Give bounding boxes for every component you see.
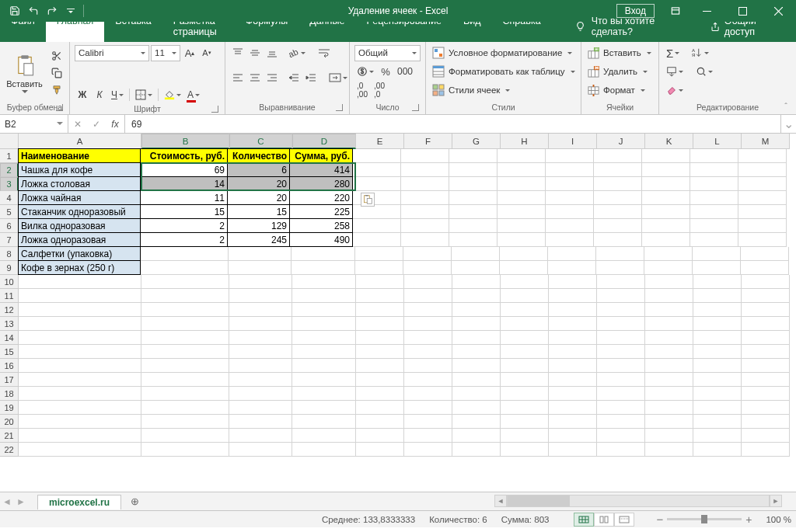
- cell-A10[interactable]: [19, 275, 141, 289]
- decrease-decimal-button[interactable]: ,00,0: [372, 82, 387, 98]
- cancel-formula-button[interactable]: ✕: [68, 119, 87, 130]
- cell-K21[interactable]: [645, 429, 693, 443]
- cell-F4[interactable]: [401, 191, 449, 205]
- cell-I13[interactable]: [549, 317, 597, 331]
- row-header-8[interactable]: 8: [0, 247, 19, 261]
- cell-B18[interactable]: [141, 387, 229, 401]
- row-header-11[interactable]: 11: [0, 289, 19, 303]
- cell-L15[interactable]: [693, 345, 742, 359]
- cell-B21[interactable]: [141, 429, 229, 443]
- cell-K19[interactable]: [645, 401, 693, 415]
- cell-F5[interactable]: [401, 205, 449, 219]
- cell-D12[interactable]: [292, 303, 356, 317]
- cell-L18[interactable]: [693, 387, 742, 401]
- row-header-21[interactable]: 21: [0, 429, 19, 443]
- increase-decimal-button[interactable]: ,0,00: [354, 82, 370, 98]
- cell-F14[interactable]: [404, 331, 452, 345]
- cell-A9[interactable]: Кофе в зернах (250 г): [18, 260, 141, 275]
- cell-M8[interactable]: [741, 247, 789, 261]
- cell-E5[interactable]: [353, 205, 401, 219]
- cell-K17[interactable]: [645, 373, 693, 387]
- cell-D8[interactable]: [292, 247, 355, 261]
- scroll-track[interactable]: [507, 495, 770, 507]
- cell-J15[interactable]: [597, 345, 645, 359]
- cell-G3[interactable]: [449, 177, 498, 191]
- cell-J21[interactable]: [597, 429, 645, 443]
- cell-I4[interactable]: [546, 191, 594, 205]
- cell-F6[interactable]: [401, 219, 449, 233]
- paste-button[interactable]: Вставить: [5, 51, 44, 95]
- cell-A4[interactable]: Ложка чайная: [18, 190, 141, 205]
- cell-H2[interactable]: [498, 163, 546, 177]
- cell-L14[interactable]: [693, 331, 742, 345]
- col-header-B[interactable]: B: [141, 134, 229, 149]
- cell-C7[interactable]: 245: [227, 232, 290, 247]
- cell-G14[interactable]: [452, 331, 501, 345]
- cell-G10[interactable]: [452, 275, 501, 289]
- cell-A17[interactable]: [19, 373, 141, 387]
- cell-A2[interactable]: Чашка для кофе: [18, 162, 141, 177]
- fx-button[interactable]: fx: [106, 119, 124, 130]
- redo-icon[interactable]: [44, 2, 61, 19]
- cell-F12[interactable]: [404, 303, 452, 317]
- autosum-button[interactable]: Σ: [664, 45, 682, 61]
- cell-D14[interactable]: [292, 331, 356, 345]
- cell-A20[interactable]: [19, 415, 141, 429]
- cell-H11[interactable]: [501, 289, 549, 303]
- cell-C1[interactable]: Количество: [227, 148, 290, 163]
- copy-button[interactable]: [49, 65, 65, 81]
- border-button[interactable]: [133, 87, 155, 103]
- cell-G7[interactable]: [449, 233, 498, 247]
- align-right-button[interactable]: [264, 70, 280, 85]
- cell-B6[interactable]: 2: [140, 218, 228, 233]
- cell-G11[interactable]: [452, 289, 501, 303]
- cell-K4[interactable]: [642, 191, 690, 205]
- cell-F19[interactable]: [404, 401, 452, 415]
- cell-F9[interactable]: [403, 261, 452, 275]
- scroll-thumb[interactable]: [508, 495, 570, 506]
- insert-cells-button[interactable]: +Вставить: [586, 44, 653, 61]
- cell-M11[interactable]: [742, 289, 790, 303]
- cell-G12[interactable]: [452, 303, 501, 317]
- cell-D15[interactable]: [292, 345, 356, 359]
- cell-H22[interactable]: [501, 443, 549, 457]
- fill-color-button[interactable]: [162, 87, 183, 103]
- cell-M16[interactable]: [742, 359, 790, 373]
- format-table-button[interactable]: Форматировать как таблицу: [431, 63, 577, 80]
- cell-F1[interactable]: [401, 149, 449, 163]
- cell-L2[interactable]: [690, 163, 738, 177]
- cell-C19[interactable]: [229, 401, 292, 415]
- row-header-18[interactable]: 18: [0, 387, 19, 401]
- cell-G21[interactable]: [452, 429, 501, 443]
- cell-M5[interactable]: [738, 205, 787, 219]
- cell-K16[interactable]: [645, 359, 693, 373]
- cell-C15[interactable]: [229, 345, 292, 359]
- col-header-I[interactable]: I: [549, 134, 597, 149]
- cell-E1[interactable]: [353, 149, 401, 163]
- cell-I12[interactable]: [549, 303, 597, 317]
- cell-A22[interactable]: [19, 443, 141, 457]
- enter-formula-button[interactable]: ✓: [87, 119, 106, 130]
- cell-K12[interactable]: [645, 303, 693, 317]
- cell-I3[interactable]: [546, 177, 594, 191]
- percent-button[interactable]: %: [378, 64, 393, 79]
- cell-J20[interactable]: [597, 415, 645, 429]
- align-bottom-button[interactable]: [264, 45, 280, 61]
- cell-L12[interactable]: [693, 303, 742, 317]
- cell-H10[interactable]: [501, 275, 549, 289]
- cell-M10[interactable]: [742, 275, 790, 289]
- cell-G22[interactable]: [452, 443, 501, 457]
- formula-input[interactable]: 69: [125, 115, 780, 133]
- cell-K8[interactable]: [644, 247, 693, 261]
- cell-K14[interactable]: [645, 331, 693, 345]
- row-header-2[interactable]: 2: [0, 163, 19, 177]
- cell-B4[interactable]: 11: [140, 190, 228, 205]
- cell-D10[interactable]: [292, 275, 356, 289]
- col-header-L[interactable]: L: [693, 134, 742, 149]
- cell-J10[interactable]: [597, 275, 645, 289]
- cell-H7[interactable]: [498, 233, 546, 247]
- cell-I11[interactable]: [549, 289, 597, 303]
- cell-L8[interactable]: [693, 247, 741, 261]
- sort-filter-button[interactable]: AЯ: [690, 45, 711, 61]
- cell-C18[interactable]: [229, 387, 292, 401]
